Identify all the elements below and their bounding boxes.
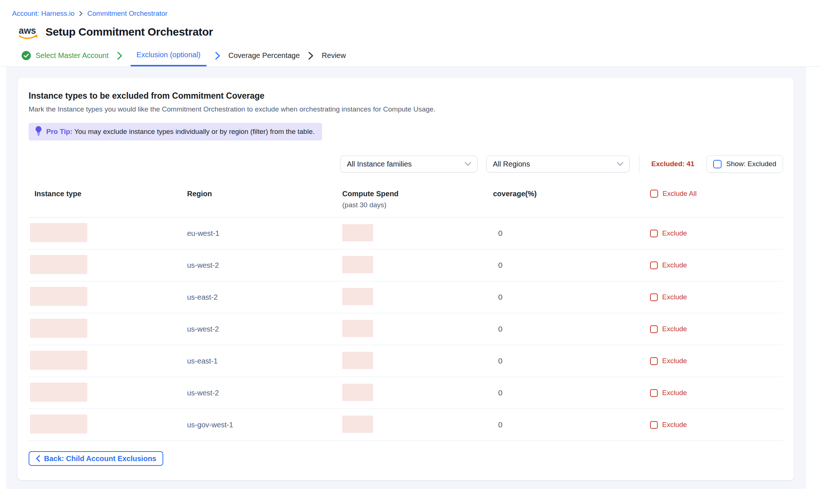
redacted-instance-type	[30, 383, 87, 402]
exclude-label: Exclude	[662, 293, 687, 301]
cell-exclude: Exclude	[647, 389, 783, 397]
show-excluded-checkbox[interactable]	[713, 160, 722, 168]
show-excluded-label: Show: Excluded	[726, 160, 776, 168]
pro-tip-label: Pro Tip:	[46, 128, 72, 135]
coverage-value: 0	[493, 229, 503, 237]
table-row: eu-west-1 0 Exclude	[29, 218, 783, 249]
redacted-compute-spend	[342, 416, 373, 433]
chevron-right-icon	[215, 45, 220, 66]
cell-compute-spend	[342, 256, 493, 275]
exclude-label: Exclude	[662, 421, 687, 429]
cell-coverage: 0	[493, 420, 647, 429]
exclude-checkbox[interactable]	[650, 421, 658, 429]
check-circle-icon	[21, 51, 31, 61]
exclude-checkbox[interactable]	[650, 325, 658, 333]
exclusion-card: Instance types to be excluded from Commi…	[18, 78, 794, 480]
show-excluded-toggle[interactable]: Show: Excluded	[707, 155, 783, 173]
table-row: us-gov-west-1 0 Exclude	[29, 409, 783, 441]
redacted-instance-type	[30, 414, 87, 434]
chevron-down-icon	[464, 162, 471, 166]
excluded-count-badge: Excluded: 41	[652, 160, 694, 168]
cell-compute-spend	[342, 224, 493, 243]
exclude-all-label: Exclude All	[663, 190, 697, 198]
table-body: eu-west-1 0 Exclude us-west-2 0 Exclude …	[29, 218, 783, 441]
cell-instance-type	[29, 255, 187, 275]
coverage-value: 0	[493, 293, 503, 301]
lightbulb-icon	[35, 126, 42, 138]
cell-exclude: Exclude	[647, 293, 783, 301]
coverage-value: 0	[493, 388, 503, 397]
content-area: Instance types to be excluded from Commi…	[6, 67, 806, 489]
cell-coverage: 0	[493, 388, 647, 397]
exclusion-table: Instance type Region Compute Spend (past…	[29, 183, 783, 441]
cell-instance-type	[29, 287, 187, 307]
step-exclusion-optional[interactable]: Exclusion (optional)	[131, 45, 207, 66]
cell-region: us-east-2	[187, 293, 342, 302]
step-label: Review	[322, 51, 346, 60]
stepper: Select Master Account Exclusion (optiona…	[0, 45, 821, 67]
cell-coverage: 0	[493, 325, 647, 333]
redacted-compute-spend	[342, 288, 373, 305]
step-coverage-percentage[interactable]: Coverage Percentage	[229, 45, 300, 66]
cell-instance-type	[29, 351, 187, 371]
exclude-checkbox[interactable]	[650, 230, 658, 237]
card-heading: Instance types to be excluded from Commi…	[29, 91, 783, 101]
cell-region: us-west-2	[187, 389, 342, 397]
coverage-value: 0	[493, 261, 503, 269]
breadcrumb-page-link[interactable]: Commitment Orchestrator	[87, 10, 168, 18]
cell-exclude: Exclude	[647, 325, 783, 333]
cell-compute-spend	[342, 416, 493, 434]
region-value: us-west-2	[187, 261, 219, 269]
column-header-exclude-all: Exclude All	[647, 190, 783, 198]
step-select-master-account[interactable]: Select Master Account	[21, 45, 109, 66]
exclude-all-checkbox[interactable]	[650, 190, 658, 198]
cell-exclude: Exclude	[647, 229, 783, 237]
step-label: Select Master Account	[36, 51, 109, 60]
breadcrumb-account-link[interactable]: Account: Harness.io	[12, 10, 74, 18]
cell-compute-spend	[342, 288, 493, 307]
cell-exclude: Exclude	[647, 261, 783, 269]
back-button[interactable]: Back: Child Account Exclusions	[29, 451, 163, 466]
exclude-checkbox[interactable]	[650, 262, 658, 269]
region-value: us-west-2	[187, 389, 219, 397]
table-row: us-east-2 0 Exclude	[29, 281, 783, 313]
instance-families-value: All Instance families	[347, 160, 412, 168]
cell-exclude: Exclude	[647, 357, 783, 365]
exclude-label: Exclude	[662, 261, 687, 269]
regions-select[interactable]: All Regions	[486, 156, 630, 172]
exclude-label: Exclude	[662, 389, 687, 397]
redacted-instance-type	[30, 319, 87, 338]
regions-value: All Regions	[493, 160, 530, 168]
step-review[interactable]: Review	[322, 45, 346, 66]
exclude-checkbox[interactable]	[650, 389, 658, 397]
aws-logo-icon: aws	[18, 25, 40, 41]
exclude-checkbox[interactable]	[650, 357, 658, 365]
instance-families-select[interactable]: All Instance families	[340, 156, 478, 172]
region-value: us-west-2	[187, 325, 219, 333]
region-value: us-gov-west-1	[187, 421, 233, 429]
table-header-row: Instance type Region Compute Spend (past…	[29, 183, 783, 218]
exclude-checkbox[interactable]	[650, 293, 658, 301]
redacted-compute-spend	[342, 320, 373, 337]
cell-instance-type	[29, 383, 187, 403]
pro-tip-text: You may exclude instance types individua…	[74, 128, 314, 135]
cell-compute-spend	[342, 352, 493, 370]
cell-coverage: 0	[493, 293, 647, 302]
column-header-compute-spend: Compute Spend (past 30 days)	[342, 190, 493, 209]
vertical-divider	[639, 156, 639, 172]
cell-coverage: 0	[493, 261, 647, 270]
column-header-coverage: coverage(%)	[493, 190, 647, 198]
chevron-right-icon	[308, 45, 314, 66]
cell-coverage: 0	[493, 357, 647, 365]
breadcrumb: Account: Harness.io Commitment Orchestra…	[12, 9, 807, 18]
redacted-instance-type	[30, 287, 87, 306]
redacted-compute-spend	[342, 352, 373, 369]
cell-instance-type	[29, 319, 187, 339]
region-value: us-east-1	[187, 357, 218, 365]
exclude-label: Exclude	[662, 229, 687, 237]
exclude-label: Exclude	[662, 357, 687, 365]
back-button-label: Back: Child Account Exclusions	[44, 454, 156, 463]
title-row: aws Setup Commitment Orchestrator	[12, 23, 807, 40]
cell-compute-spend	[342, 320, 493, 339]
redacted-instance-type	[30, 351, 87, 370]
